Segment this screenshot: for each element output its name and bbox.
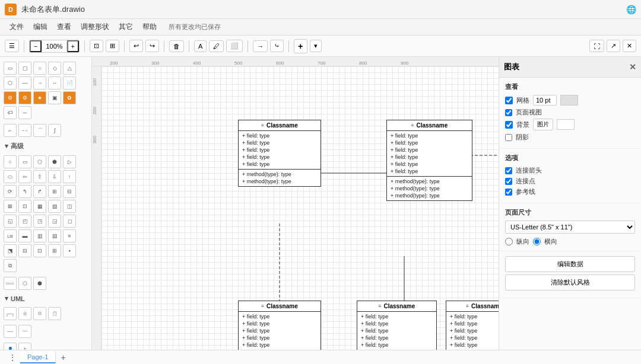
uml-line1[interactable]: ── bbox=[4, 325, 17, 338]
portrait-radio[interactable] bbox=[505, 238, 513, 245]
adv-shape-33[interactable]: ⊡ bbox=[33, 244, 46, 257]
fit-btn[interactable]: ⊡ bbox=[90, 40, 103, 52]
adv-shape-16[interactable]: ⊠ bbox=[4, 200, 17, 213]
uml-section-title[interactable]: ▾ UML bbox=[0, 292, 91, 305]
flow-2[interactable]: ⬡ bbox=[18, 277, 31, 290]
shape-box2[interactable]: ▣ bbox=[48, 91, 61, 104]
insert-btn[interactable]: + bbox=[294, 39, 307, 53]
adv-shape-36[interactable]: ⧉ bbox=[4, 259, 17, 272]
uml-interface-shape[interactable]: ◎ bbox=[18, 307, 31, 320]
zoom-control[interactable]: − 100% + bbox=[29, 40, 80, 53]
adv-shape-7[interactable]: ⇦ bbox=[18, 170, 31, 183]
adv-shape-2[interactable]: ▭ bbox=[18, 155, 31, 168]
adv-shape-27[interactable]: ▬ bbox=[18, 229, 31, 242]
shadow-checkbox[interactable] bbox=[505, 134, 512, 141]
shape-star[interactable]: ★ bbox=[33, 91, 46, 104]
uml-note-shape[interactable]: 📋 bbox=[48, 307, 61, 320]
undo-btn[interactable]: ↩ bbox=[129, 40, 143, 52]
connector-btn[interactable]: ⤷ bbox=[270, 40, 284, 52]
adv-shape-9[interactable]: ⇩ bbox=[48, 170, 61, 183]
adv-shape-4[interactable]: ⬟ bbox=[48, 155, 61, 168]
uml-class-2[interactable]: ≡ Classname + field: type + field: type … bbox=[386, 120, 472, 201]
shape-arrow[interactable]: → bbox=[33, 76, 46, 90]
background-image-btn[interactable]: 图片 bbox=[533, 119, 553, 130]
edit-data-btn[interactable]: 编辑数据 bbox=[505, 256, 635, 272]
panel-close-btn[interactable]: ✕ bbox=[629, 62, 636, 72]
shape-dash[interactable]: - - bbox=[18, 124, 31, 137]
adv-shape-5[interactable]: ▷ bbox=[63, 155, 76, 168]
menu-help[interactable]: 帮助 bbox=[138, 20, 161, 34]
shape-curve[interactable]: ∫ bbox=[48, 124, 61, 137]
advanced-section-title[interactable]: ▾ 高级 bbox=[0, 139, 91, 153]
shape-note[interactable]: 📄 bbox=[63, 76, 76, 90]
uml-text-box[interactable]: T bbox=[18, 343, 31, 350]
menu-view[interactable]: 查看 bbox=[52, 20, 76, 34]
shape-elbow[interactable]: ⌐ bbox=[4, 124, 17, 137]
arrow-btn[interactable]: → bbox=[253, 40, 268, 52]
menu-format[interactable]: 调整形状 bbox=[76, 20, 114, 34]
adv-shape-31[interactable]: ⬔ bbox=[4, 244, 17, 257]
adv-shape-8[interactable]: ⇧ bbox=[33, 170, 46, 183]
adv-shape-15[interactable]: ⊟ bbox=[63, 185, 76, 198]
shape-ellipse[interactable]: ○ bbox=[33, 62, 46, 75]
shape-bent[interactable]: ⌒ bbox=[33, 124, 46, 137]
uml-actor[interactable]: 👤 bbox=[4, 343, 17, 350]
adv-shape-10[interactable]: ↑ bbox=[63, 170, 76, 183]
adv-shape-1[interactable]: ○ bbox=[4, 155, 17, 168]
uml-line2[interactable]: ┄┄ bbox=[18, 325, 31, 338]
shape-rect[interactable]: ▭ bbox=[4, 62, 17, 75]
format-btn[interactable]: A bbox=[194, 40, 207, 52]
grid-value[interactable] bbox=[533, 95, 557, 106]
shape-tag[interactable]: 🏷 bbox=[4, 106, 17, 119]
grid-color[interactable] bbox=[560, 95, 578, 106]
shape-btn[interactable]: ⬜ bbox=[226, 40, 243, 52]
canvas-area[interactable]: 200 300 400 500 600 700 800 900 100 200 … bbox=[92, 57, 499, 350]
adv-shape-30[interactable]: ≡ bbox=[63, 229, 76, 242]
pageview-checkbox[interactable] bbox=[505, 109, 512, 116]
flow-3[interactable]: ⬢ bbox=[33, 277, 46, 290]
uml-class-shape[interactable]: ┌─┐ bbox=[4, 307, 17, 320]
shape-cylinder[interactable]: ⬡ bbox=[4, 76, 17, 90]
diagram-canvas[interactable]: ≡ Classname + field: type + field: type … bbox=[101, 66, 499, 350]
adv-shape-34[interactable]: ⊞ bbox=[48, 244, 61, 257]
grid-checkbox[interactable] bbox=[505, 97, 513, 104]
zoom-in-btn[interactable]: + bbox=[67, 40, 79, 52]
shape-flower[interactable]: ✿ bbox=[63, 91, 76, 104]
background-checkbox[interactable] bbox=[505, 121, 513, 129]
adv-shape-21[interactable]: ◱ bbox=[4, 215, 17, 228]
sidebar-toggle-btn[interactable]: ☰ bbox=[5, 40, 19, 52]
adv-shape-6[interactable]: ⬭ bbox=[4, 170, 17, 183]
adv-shape-24[interactable]: ◲ bbox=[48, 215, 61, 228]
adv-shape-3[interactable]: ⬡ bbox=[33, 155, 46, 168]
shape-rounded[interactable]: ▢ bbox=[18, 62, 31, 75]
adv-shape-11[interactable]: ⟳ bbox=[4, 185, 17, 198]
adv-shape-19[interactable]: ▧ bbox=[48, 200, 61, 213]
landscape-radio[interactable] bbox=[533, 238, 541, 245]
adv-shape-32[interactable]: ⊟ bbox=[18, 244, 31, 257]
uml-class-4[interactable]: ≡ Classname + field: type + field: type … bbox=[238, 301, 321, 350]
style-btn[interactable]: 🖊 bbox=[209, 40, 224, 52]
uml-class-6[interactable]: ≡ Classname + field: type + field: type … bbox=[446, 301, 499, 350]
menu-extra[interactable]: 其它 bbox=[114, 20, 138, 34]
share-btn[interactable]: ↗ bbox=[607, 40, 620, 52]
adv-shape-28[interactable]: ▥ bbox=[33, 229, 46, 242]
adv-shape-25[interactable]: ◻ bbox=[63, 215, 76, 228]
add-page-btn[interactable]: + bbox=[56, 351, 70, 364]
clear-default-btn[interactable]: 清除默认风格 bbox=[505, 274, 635, 290]
flow-1[interactable]: ▭▭ bbox=[4, 277, 17, 290]
fit-page-btn[interactable]: ⊞ bbox=[106, 40, 119, 52]
adv-shape-17[interactable]: ⊡ bbox=[18, 200, 31, 213]
adv-shape-23[interactable]: ◳ bbox=[33, 215, 46, 228]
connect-points-checkbox[interactable] bbox=[505, 178, 512, 185]
menu-file[interactable]: 文件 bbox=[5, 20, 28, 34]
adv-shape-13[interactable]: ↱ bbox=[33, 185, 46, 198]
shape-gear2[interactable]: ⚙ bbox=[18, 91, 31, 104]
uml-package-shape[interactable]: ⊡ bbox=[33, 307, 46, 320]
close-panel-btn[interactable]: ✕ bbox=[623, 40, 636, 52]
menu-edit[interactable]: 编辑 bbox=[28, 20, 52, 34]
shape-dbl-arrow[interactable]: ↔ bbox=[48, 76, 61, 90]
fullscreen-btn[interactable]: ⛶ bbox=[589, 40, 604, 52]
adv-shape-35[interactable]: ▪ bbox=[63, 244, 76, 257]
adv-shape-20[interactable]: ◫ bbox=[63, 200, 76, 213]
shape-gear[interactable]: ⚙ bbox=[4, 91, 17, 104]
